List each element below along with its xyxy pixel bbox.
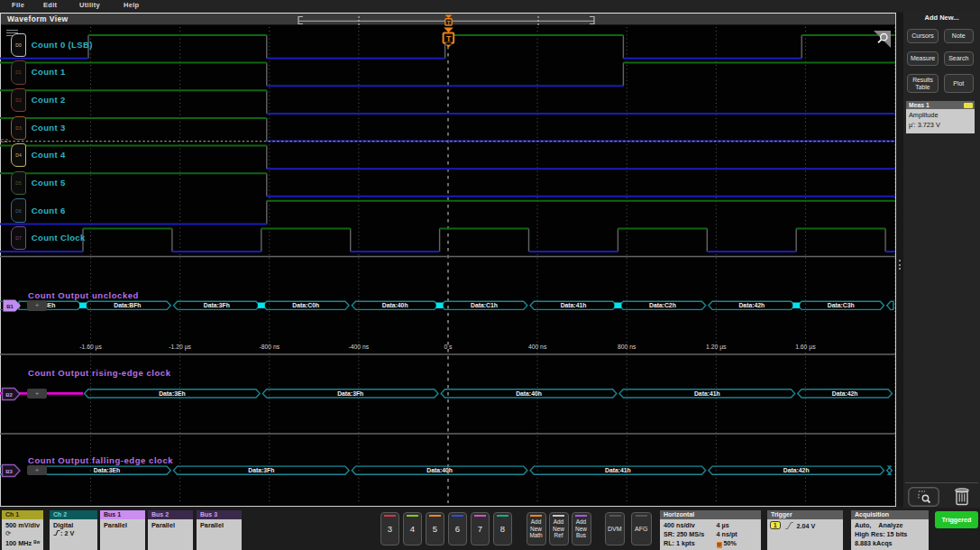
svg-text:Data:3Fh: Data:3Fh [204,302,230,308]
svg-text:B3: B3 [5,469,13,474]
svg-text:B1: B1 [6,304,14,309]
svg-text:Data:C0h: Data:C0h [292,302,319,308]
svg-text:T: T [446,34,452,43]
svg-text:Data:C1h: Data:C1h [471,302,498,308]
svg-text:Data:42h: Data:42h [832,390,858,397]
svg-text:Data:C2h: Data:C2h [649,302,676,308]
svg-text:Data:42h: Data:42h [738,302,765,308]
svg-text:T: T [447,20,451,25]
svg-text:Data:40h: Data:40h [382,302,408,308]
svg-text:Data:41h: Data:41h [605,467,631,473]
svg-text:B2: B2 [5,392,13,398]
svg-text:Data:C3h: Data:C3h [828,302,855,308]
svg-text:Data:41h: Data:41h [694,390,720,397]
svg-text:Data:41h: Data:41h [561,302,587,308]
svg-text:Data:40h: Data:40h [516,390,542,397]
svg-text:Data:3Eh: Data:3Eh [94,467,120,473]
svg-text:Data:BFh: Data:BFh [114,302,141,308]
svg-text:Data:3Fh: Data:3Fh [248,467,274,473]
svg-text:Data:3Eh: Data:3Eh [159,390,185,397]
svg-text:Data:42h: Data:42h [783,467,810,473]
svg-text:Data:40h: Data:40h [426,467,453,473]
svg-text:Data:3Fh: Data:3Fh [337,390,363,397]
